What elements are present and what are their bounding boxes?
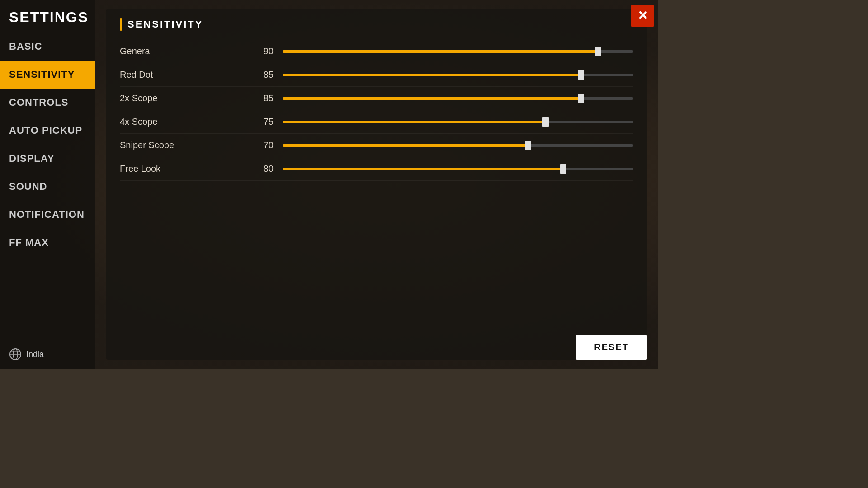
sidebar-nav: BASICSENSITIVITYCONTROLSAUTO PICKUPDISPL…	[0, 33, 95, 340]
slider-label-4: Sniper Scope	[120, 140, 246, 150]
sidebar-item-notification[interactable]: NOTIFICATION	[0, 201, 95, 229]
slider-list: General90Red Dot852x Scope854x Scope75Sn…	[120, 40, 633, 181]
slider-row-1: Red Dot85	[120, 63, 633, 87]
slider-label-5: Free Look	[120, 164, 246, 174]
reset-button[interactable]: RESET	[576, 335, 647, 360]
sidebar-item-controls[interactable]: CONTROLS	[0, 89, 95, 117]
globe-icon	[9, 348, 22, 361]
slider-row-3: 4x Scope75	[120, 110, 633, 134]
slider-label-0: General	[120, 46, 246, 56]
sidebar-item-sensitivity[interactable]: SENSITIVITY	[0, 61, 95, 89]
section-header: SENSITIVITY	[120, 18, 633, 31]
slider-value-3: 75	[246, 117, 274, 127]
slider-label-3: 4x Scope	[120, 117, 246, 127]
settings-container: SETTINGS BASICSENSITIVITYCONTROLSAUTO PI…	[0, 0, 658, 369]
sidebar-item-display[interactable]: DISPLAY	[0, 145, 95, 173]
region-label: India	[26, 350, 44, 359]
close-icon: ✕	[637, 9, 648, 22]
slider-row-4: Sniper Scope70	[120, 134, 633, 157]
slider-label-1: Red Dot	[120, 70, 246, 80]
slider-thumb-1[interactable]	[578, 70, 584, 80]
close-button[interactable]: ✕	[631, 5, 654, 27]
sidebar-title: SETTINGS	[0, 0, 95, 33]
section-accent	[120, 18, 122, 31]
sidebar-item-basic[interactable]: BASIC	[0, 33, 95, 61]
slider-thumb-3[interactable]	[542, 117, 549, 127]
sidebar-item-sound[interactable]: SOUND	[0, 173, 95, 201]
slider-track-1[interactable]	[283, 72, 633, 78]
sidebar-footer: India	[0, 340, 95, 369]
slider-row-2: 2x Scope85	[120, 87, 633, 110]
slider-row-0: General90	[120, 40, 633, 63]
slider-thumb-2[interactable]	[578, 94, 584, 103]
sensitivity-panel: SENSITIVITY General90Red Dot852x Scope85…	[106, 9, 647, 360]
slider-track-fill-1	[283, 74, 581, 76]
slider-label-2: 2x Scope	[120, 93, 246, 103]
slider-row-5: Free Look80	[120, 157, 633, 181]
slider-value-5: 80	[246, 164, 274, 174]
slider-thumb-5[interactable]	[560, 164, 566, 174]
slider-track-0[interactable]	[283, 49, 633, 54]
slider-track-fill-2	[283, 97, 581, 100]
slider-value-2: 85	[246, 93, 274, 103]
slider-track-fill-4	[283, 144, 528, 147]
main-content: ✕ SENSITIVITY General90Red Dot852x Scope…	[95, 0, 658, 369]
slider-track-fill-0	[283, 50, 598, 53]
slider-track-2[interactable]	[283, 96, 633, 101]
slider-track-fill-5	[283, 168, 563, 170]
slider-track-4[interactable]	[283, 143, 633, 148]
section-title: SENSITIVITY	[127, 19, 203, 30]
slider-track-fill-3	[283, 121, 546, 123]
sidebar: SETTINGS BASICSENSITIVITYCONTROLSAUTO PI…	[0, 0, 95, 369]
sidebar-item-auto-pickup[interactable]: AUTO PICKUP	[0, 117, 95, 145]
slider-thumb-0[interactable]	[595, 47, 601, 56]
slider-track-5[interactable]	[283, 166, 633, 172]
slider-track-3[interactable]	[283, 119, 633, 125]
sidebar-item-ff-max[interactable]: FF MAX	[0, 229, 95, 257]
slider-value-1: 85	[246, 70, 274, 80]
slider-value-4: 70	[246, 140, 274, 150]
slider-thumb-4[interactable]	[525, 141, 531, 150]
slider-value-0: 90	[246, 46, 274, 56]
